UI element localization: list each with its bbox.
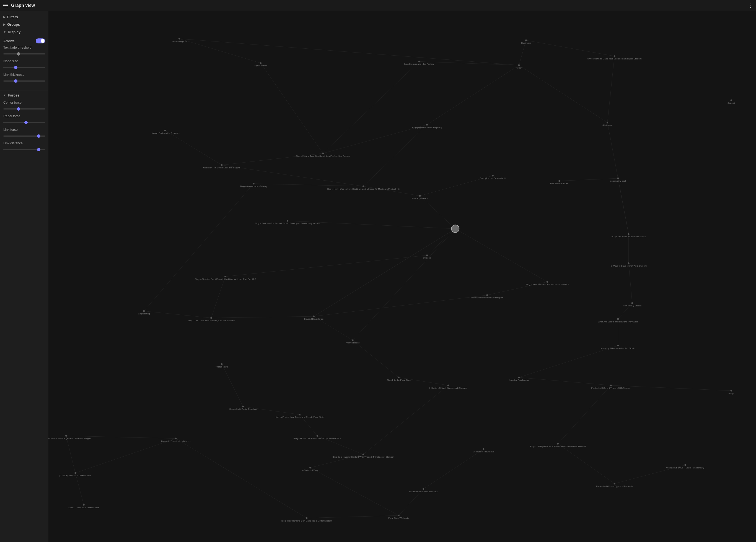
svg-point-80 — [607, 122, 608, 123]
svg-point-145 — [175, 438, 177, 439]
svg-point-169 — [684, 464, 686, 466]
svg-line-44 — [66, 436, 75, 473]
svg-point-167 — [614, 483, 615, 484]
display-label: Display — [8, 30, 20, 34]
more-options-icon[interactable]: ⋮ — [748, 2, 753, 9]
svg-text:Blog—How to Be Productive in T: Blog—How to Be Productive in The Home Of… — [294, 437, 341, 440]
svg-text:opportunity cost: opportunity cost — [610, 180, 626, 182]
svg-line-9 — [363, 125, 427, 186]
svg-point-88 — [558, 180, 560, 182]
svg-point-84 — [221, 164, 222, 166]
svg-line-35 — [363, 385, 448, 455]
arrows-label: Arrows — [3, 39, 14, 43]
link-thickness-section: Link thickness — [3, 73, 45, 82]
svg-point-72 — [614, 55, 615, 57]
node-size-section: Node size — [3, 59, 45, 69]
svg-line-54 — [314, 229, 455, 316]
sidebar-section-groups[interactable]: ▶ Groups — [0, 21, 48, 28]
svg-point-68 — [418, 61, 420, 62]
svg-line-33 — [222, 364, 243, 407]
svg-text:Blog–Into the Flow State: Blog–Into the Flow State — [387, 379, 411, 381]
text-fade-threshold-label: Text fade threshold — [3, 46, 45, 50]
svg-text:Blog – How I Use Notion, Obsid: Blog – How I Use Notion, Obsidian, and U… — [327, 188, 400, 190]
svg-line-61 — [176, 439, 307, 518]
chevron-groups-icon: ▶ — [3, 23, 6, 26]
link-force-slider[interactable] — [3, 136, 45, 137]
link-thickness-slider[interactable] — [3, 81, 45, 82]
svg-line-19 — [455, 229, 547, 282]
arrows-row: Arrows — [3, 37, 45, 46]
svg-point-119 — [313, 315, 315, 317]
svg-text:Beyond Boundaries: Beyond Boundaries — [304, 318, 323, 320]
svg-line-1 — [179, 39, 519, 65]
link-thickness-label: Link thickness — [3, 73, 45, 77]
sidebar-section-display[interactable]: ▼ Display — [0, 28, 48, 36]
svg-text:Blog – Sorted—The Perfect Tool: Blog – Sorted—The Perfect Tool to Boost … — [255, 222, 320, 225]
svg-text:Blog – IPMSynRM as a Wheel-Hub: Blog – IPMSynRM as a Wheel-Hub-Drive Wit… — [530, 445, 586, 448]
svg-point-157 — [74, 472, 76, 474]
svg-point-131 — [447, 385, 449, 386]
menu-icon[interactable] — [3, 4, 8, 7]
svg-text:Ulysses: Ulysses — [423, 257, 431, 259]
graph-area[interactable]: Self-driving CarEvermoteDigital TracesId… — [48, 11, 756, 542]
svg-text:Investing Basics – What Are St: Investing Basics – What Are Stocks — [600, 347, 635, 349]
svg-text:Spaced: Spaced — [727, 102, 735, 104]
repel-force-slider[interactable] — [3, 122, 45, 123]
svg-text:Entdecke den Flow-Brainfect: Entdecke den Flow-Brainfect — [409, 490, 438, 493]
svg-line-46 — [310, 468, 399, 515]
svg-point-74 — [731, 100, 732, 101]
svg-point-62 — [178, 38, 180, 40]
text-fade-threshold-section: Text fade threshold — [3, 46, 45, 55]
svg-point-129 — [398, 377, 400, 378]
center-force-slider[interactable] — [3, 108, 45, 110]
svg-text:8 Ways to Save Money As a Stud: 8 Ways to Save Money As a Student — [611, 265, 647, 267]
text-fade-threshold-slider[interactable] — [3, 53, 45, 55]
svg-line-55 — [323, 125, 427, 154]
svg-point-151 — [309, 467, 311, 468]
svg-line-13 — [559, 178, 618, 181]
svg-point-121 — [617, 318, 619, 320]
svg-text:Blog – Multi Brake Blending: Blog – Multi Brake Blending — [229, 408, 257, 410]
svg-point-125 — [617, 345, 619, 346]
sidebar-section-forces[interactable]: ▼ Forces — [0, 92, 48, 99]
node-size-slider[interactable] — [3, 67, 45, 68]
svg-text:8 Habits of Highly Successful : 8 Habits of Highly Successful Students — [429, 387, 467, 389]
svg-text:Blog – Obsidian For iOS—My Wor: Blog – Obsidian For iOS—My Workflow With… — [195, 278, 256, 280]
svg-text:ion, Restoration, and the geme: ion, Restoration, and the gement of Ment… — [48, 437, 91, 440]
svg-point-163 — [398, 515, 400, 516]
svg-line-49 — [75, 473, 84, 505]
chevron-filters-icon: ▶ — [3, 15, 6, 19]
svg-text:How to Protect Your Focus and : How to Protect Your Focus and Reach 'Flo… — [275, 416, 324, 418]
svg-point-127 — [221, 363, 222, 365]
graph-svg: Self-driving CarEvermoteDigital TracesId… — [48, 11, 756, 542]
svg-text:5 Tips On When To Sell Your St: 5 Tips On When To Sell Your Stock — [612, 235, 646, 238]
svg-text:Ali Abdaai: Ali Abdaai — [602, 124, 612, 126]
svg-line-43 — [75, 439, 176, 473]
svg-point-70 — [518, 64, 520, 66]
sidebar-section-filters[interactable]: ▶ Filters — [0, 13, 48, 21]
svg-text:Idea Storage and Idea Factory: Idea Storage and Idea Factory — [404, 63, 434, 65]
svg-point-111 — [486, 294, 488, 296]
svg-line-11 — [222, 165, 363, 186]
svg-point-90 — [617, 178, 619, 179]
svg-line-27 — [144, 311, 211, 318]
chevron-display-icon: ▼ — [3, 30, 6, 33]
svg-text:Flow State Wikipedia: Flow State Wikipedia — [388, 517, 409, 519]
svg-point-141 — [299, 414, 301, 415]
link-distance-label: Link distance — [3, 141, 45, 145]
svg-line-14 — [254, 184, 363, 186]
svg-line-7 — [519, 65, 607, 123]
svg-text:Fuelcell – Different Types of : Fuelcell – Different Types of Fuelcells — [596, 485, 633, 487]
svg-point-155 — [557, 443, 559, 445]
svg-line-21 — [225, 255, 427, 276]
svg-text:How to Buy Stocks: How to Buy Stocks — [623, 304, 641, 307]
svg-point-117 — [210, 317, 212, 319]
arrows-toggle[interactable] — [36, 38, 45, 43]
svg-text:Blog – In Pursuit of Habitness: Blog – In Pursuit of Habitness — [161, 440, 190, 442]
svg-text:Full Service-Broke: Full Service-Broke — [550, 182, 568, 185]
link-distance-slider[interactable] — [3, 149, 45, 150]
svg-text:Blog-Be a Happier Student With: Blog-Be a Happier Student With These 3 P… — [333, 456, 394, 458]
svg-line-0 — [179, 39, 261, 63]
svg-line-25 — [314, 295, 487, 316]
svg-line-47 — [423, 449, 483, 489]
